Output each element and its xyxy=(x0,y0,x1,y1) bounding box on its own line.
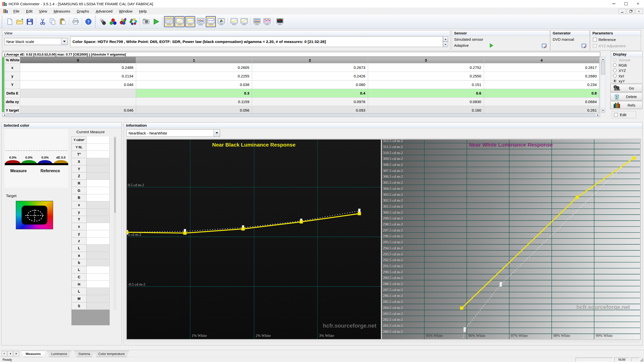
new-document-button[interactable] xyxy=(5,16,14,27)
cell-x-1[interactable]: 0.2605 xyxy=(136,63,252,72)
reference-checkbox-box[interactable] xyxy=(593,38,597,41)
help-button[interactable]: ? xyxy=(84,16,93,27)
menu-item-edit[interactable]: Edit xyxy=(23,8,36,14)
cell-x-3[interactable]: 0.2752 xyxy=(368,63,484,72)
cell-delta-e-3[interactable]: 0.6 xyxy=(368,89,484,97)
save-button[interactable] xyxy=(25,16,34,27)
column-header-2[interactable]: 2 xyxy=(252,57,368,63)
cell-y-4[interactable]: 0.234 xyxy=(484,80,599,89)
mdi-restore-button[interactable] xyxy=(627,9,634,14)
tab-luminance[interactable]: Luminance xyxy=(47,351,72,357)
cell-delta-e-1[interactable]: 0.3 xyxy=(136,89,252,97)
view-luminance-line-button[interactable] xyxy=(229,16,239,27)
cell-delta-xy-3[interactable]: 0.0830 xyxy=(368,98,484,106)
cell-y-1[interactable]: 0.038 xyxy=(136,80,252,89)
info-spinner[interactable] xyxy=(443,36,448,47)
row-header-y[interactable]: y xyxy=(5,72,20,80)
sensor-play-icon[interactable] xyxy=(490,43,493,48)
column-header-0[interactable]: 0 xyxy=(20,57,136,63)
measure-table-scrollbar[interactable] xyxy=(114,137,116,310)
sensor-configure-icon[interactable] xyxy=(541,43,548,49)
cell-delta-xy-0[interactable] xyxy=(20,98,136,106)
continuous-measure-button[interactable] xyxy=(128,16,138,27)
tab-color-temperature[interactable]: Color temperature xyxy=(94,351,129,357)
menu-item-view[interactable]: View xyxy=(36,8,50,14)
go-button[interactable]: Go xyxy=(610,84,642,92)
scroll-right-icon[interactable] xyxy=(596,113,600,117)
cell-y-2[interactable]: 0.2426 xyxy=(252,72,368,80)
tab-close-icon[interactable]: × xyxy=(2,351,7,356)
cell-x-0[interactable]: 0.2488 xyxy=(20,63,136,72)
information-view-select[interactable]: NearBlack - NearWhite xyxy=(127,129,220,137)
menu-item-graphs[interactable]: Graphs xyxy=(73,8,92,14)
cell-y-3[interactable]: 0.151 xyxy=(368,80,484,89)
view-rgb-waves-button[interactable] xyxy=(262,16,272,27)
menu-item-help[interactable]: Help xyxy=(136,8,150,14)
display-radio-xyz[interactable]: xyz xyxy=(613,73,642,78)
generator-configure-icon[interactable] xyxy=(581,43,587,49)
display-radio-xyz[interactable]: XYZ xyxy=(613,68,642,73)
cell-delta-e-2[interactable]: 0.4 xyxy=(252,89,368,97)
tab-prev-icon[interactable] xyxy=(8,351,13,356)
row-header-x[interactable]: x xyxy=(5,63,20,72)
tab-next-icon[interactable] xyxy=(14,351,19,356)
column-header-4[interactable]: 4 xyxy=(484,57,599,63)
minimize-button[interactable] xyxy=(608,0,620,8)
mdi-close-button[interactable]: × xyxy=(635,9,642,14)
menu-item-file[interactable]: File xyxy=(10,8,23,14)
cell-y-1[interactable]: 0.2255 xyxy=(136,72,252,80)
view-color-bars-button[interactable] xyxy=(252,16,262,27)
cell-x-4[interactable]: 0.2817 xyxy=(484,63,599,72)
close-button[interactable]: × xyxy=(632,0,644,8)
column-header-1[interactable]: 1 xyxy=(136,57,252,63)
table-vscrollbar[interactable] xyxy=(601,57,605,113)
secondaries-measure-button[interactable] xyxy=(118,16,128,27)
menu-item-measures[interactable]: Measures xyxy=(50,8,73,14)
vscroll-thumb[interactable] xyxy=(601,62,605,75)
primaries-measure-button[interactable] xyxy=(108,16,118,27)
view-gamma-line-button[interactable] xyxy=(239,16,249,27)
tab-gamma[interactable]: Gamma xyxy=(74,351,95,357)
cell-delta-xy-2[interactable]: 0.0976 xyxy=(252,98,368,106)
cell-y-4[interactable]: 0.2680 xyxy=(484,72,599,80)
row-header-delta-xy[interactable]: delta xy xyxy=(5,98,20,106)
edit-checkbox[interactable]: Edit xyxy=(612,111,636,118)
chevron-down-icon[interactable] xyxy=(214,129,220,137)
cell-y-0[interactable]: 0.046 xyxy=(20,80,136,89)
table-hscrollbar[interactable] xyxy=(2,113,600,117)
view-gamma-chart-button[interactable] xyxy=(175,16,185,27)
menu-item-advanced[interactable]: Advanced xyxy=(92,8,116,14)
view-cie-diagram-button[interactable] xyxy=(216,16,226,27)
menu-item-window[interactable]: Window xyxy=(116,8,136,14)
run-measures-button[interactable] xyxy=(151,16,161,27)
cell-x-2[interactable]: 0.2673 xyxy=(252,63,368,72)
hscroll-thumb[interactable] xyxy=(7,113,595,117)
resize-grip[interactable] xyxy=(640,358,643,362)
view-measures-table-button[interactable] xyxy=(164,16,174,27)
print-button[interactable] xyxy=(71,16,80,27)
snapshot-button[interactable] xyxy=(141,16,151,27)
view-nearblack-chart-button[interactable] xyxy=(206,16,216,27)
cell-delta-xy-4[interactable]: 0.0684 xyxy=(484,98,599,106)
delete-button[interactable]: Delete xyxy=(610,93,642,101)
row-header-y[interactable]: Y xyxy=(5,80,20,89)
cell-y-3[interactable]: 0.2550 xyxy=(368,72,484,80)
edit-checkbox-box[interactable] xyxy=(614,113,618,117)
spin-up-icon[interactable] xyxy=(443,36,448,42)
column-header-3[interactable]: 3 xyxy=(368,57,484,63)
tab-measures[interactable]: Measures xyxy=(21,351,45,357)
scroll-left-icon[interactable] xyxy=(2,113,7,117)
view-free-measures-button[interactable] xyxy=(275,16,285,27)
cell-delta-xy-1[interactable]: 0.1159 xyxy=(136,98,252,106)
view-scale-select[interactable]: Near black scale xyxy=(4,38,68,45)
cell-y-2[interactable]: 0.080 xyxy=(252,80,368,89)
cell-delta-e-0[interactable] xyxy=(20,89,136,97)
view-rgb-levels-button[interactable] xyxy=(196,16,205,27)
spin-down-icon[interactable] xyxy=(443,42,448,47)
grayscale-measure-button[interactable] xyxy=(98,16,108,27)
refs-button[interactable]: Refs xyxy=(610,101,642,109)
measures-table[interactable]: % White01234x0.24880.26050.26730.27520.2… xyxy=(5,57,599,115)
display-radio-rgb[interactable]: RGB xyxy=(613,63,642,68)
display-radio-xyy[interactable]: xyY xyxy=(613,78,642,83)
chevron-down-icon[interactable] xyxy=(61,38,67,45)
